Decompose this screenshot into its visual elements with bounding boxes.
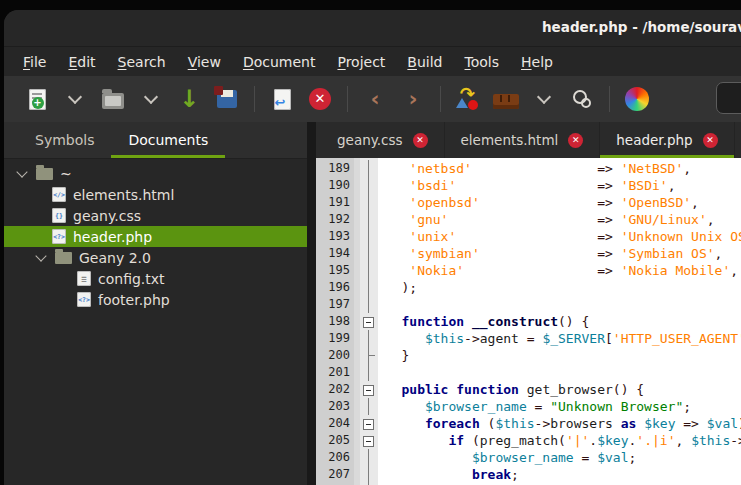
fold-line [368,211,369,228]
tree-item-label: footer.php [98,292,170,308]
token-s2: "Unknown Browser" [550,399,683,414]
php-file-icon: <?> [77,292,91,307]
tree-item-footer-php[interactable]: <?>footer.php [4,289,307,310]
menu-project[interactable]: Project [326,50,396,74]
run-button[interactable] [565,83,599,115]
tab-close-icon[interactable]: ✕ [413,133,428,148]
token-op: } [401,348,409,363]
menu-tools[interactable]: Tools [454,50,511,74]
compile-button[interactable]: ↷ [451,83,485,115]
tree-item--[interactable]: ~ [4,163,307,184]
revert-button[interactable]: ↩ [265,83,299,115]
fold-marker-line [360,228,378,245]
token-op: () [558,314,574,329]
html-file-icon: </> [52,187,66,202]
token-pln [480,416,488,431]
nav-forward-button[interactable]: › [396,83,430,115]
new-dropdown-button[interactable] [58,83,92,115]
chevron-down-icon[interactable] [16,166,27,177]
token-pln [527,399,535,414]
token-fn: __construct [472,314,558,329]
editor-tab-label: elements.html [461,132,559,148]
build-dropdown-button[interactable] [527,83,561,115]
token-kw: if [448,433,464,448]
build-button[interactable] [489,83,523,115]
fold-collapse-box[interactable] [363,385,374,396]
fold-collapse-box[interactable] [363,317,374,328]
token-kw: function [401,314,464,329]
token-pln [480,246,597,261]
fold-marker-box[interactable] [360,415,378,432]
fold-collapse-box[interactable] [363,436,374,447]
tree-item-config-txt[interactable]: ≡config.txt [4,268,307,289]
token-op: , [668,178,676,193]
menu-view[interactable]: View [177,50,232,74]
fold-marker-line [360,279,378,296]
editor-body[interactable]: 1891901911921931941951961971981992002012… [316,158,741,485]
editor-tab-label: header.php [616,132,692,148]
token-op: => [597,178,613,193]
tab-close-icon[interactable]: ✕ [568,133,583,148]
fold-marker-box[interactable] [360,432,378,449]
sidebar: SymbolsDocuments ~</>elements.html{}gean… [4,122,307,485]
chevron-down-icon[interactable] [35,250,46,261]
menu-edit[interactable]: Edit [57,50,106,74]
tree-item-geany-2-0[interactable]: Geany 2.0 [4,247,307,268]
token-pln [378,331,425,346]
titlebar[interactable]: header.php - /home/sourav - [4,10,741,47]
code-line: $browser_name = $val; [378,449,636,466]
token-pln [464,263,597,278]
line-number: 195 [316,262,350,279]
fold-marker-box[interactable] [360,313,378,330]
token-op: => [683,416,699,431]
save-button[interactable]: ↓ [172,83,206,115]
token-pln [378,450,472,465]
sidebar-tab-symbols[interactable]: Symbols [18,122,111,158]
toolbar-separator [254,86,255,112]
fold-marker-line [360,330,378,347]
token-s1: 'unix' [409,229,456,244]
fold-collapse-box[interactable] [363,419,374,430]
code-area[interactable]: 'netbsd' => 'NetBSD', 'bsdi' => 'BSDi', … [378,158,741,485]
sidebar-tab-documents[interactable]: Documents [111,122,225,158]
token-pln [613,263,621,278]
token-op: ; [511,467,519,482]
tree-item-geany-css[interactable]: {}geany.css [4,205,307,226]
token-pln [378,280,401,295]
fold-marker-line [360,466,378,483]
code-line: ); [378,279,417,296]
fold-marker-line [360,177,378,194]
doc-revert-icon: ↩ [274,89,291,110]
open-dropdown-button[interactable] [134,83,168,115]
fold-margin[interactable] [360,158,378,485]
save-all-button[interactable] [210,83,244,115]
tree-item-header-php[interactable]: <?>header.php [4,226,307,247]
toolbar-search-entry[interactable] [716,82,741,114]
color-chooser-button[interactable] [620,83,654,115]
menu-search[interactable]: Search [107,50,177,74]
tab-close-icon[interactable]: ✕ [703,133,718,148]
token-pln [699,416,707,431]
pane-splitter[interactable] [307,122,316,485]
menu-help[interactable]: Help [510,50,564,74]
menu-build[interactable]: Build [396,50,453,74]
tree-item-elements-html[interactable]: </>elements.html [4,184,307,205]
folder-icon [36,168,53,180]
token-op: => [597,246,613,261]
fold-marker-box[interactable] [360,381,378,398]
new-document-button[interactable]: + [20,83,54,115]
editor-tab-elements-html[interactable]: elements.html✕ [445,122,601,158]
fold-line [368,262,369,279]
line-number: 202 [316,381,350,398]
menu-document[interactable]: Document [232,50,327,74]
token-pln: preg_match [480,433,558,448]
menu-file[interactable]: File [12,50,57,74]
editor-tab-geany-css[interactable]: geany.css✕ [321,122,445,158]
editor-tab-header-php[interactable]: header.php✕ [600,122,734,158]
open-folder-button[interactable] [96,83,130,115]
token-pln: browsers [550,416,620,431]
line-number: 207 [316,466,350,483]
close-document-button[interactable]: ✕ [303,83,337,115]
nav-back-button[interactable]: ‹ [358,83,392,115]
token-op: , [683,161,691,176]
